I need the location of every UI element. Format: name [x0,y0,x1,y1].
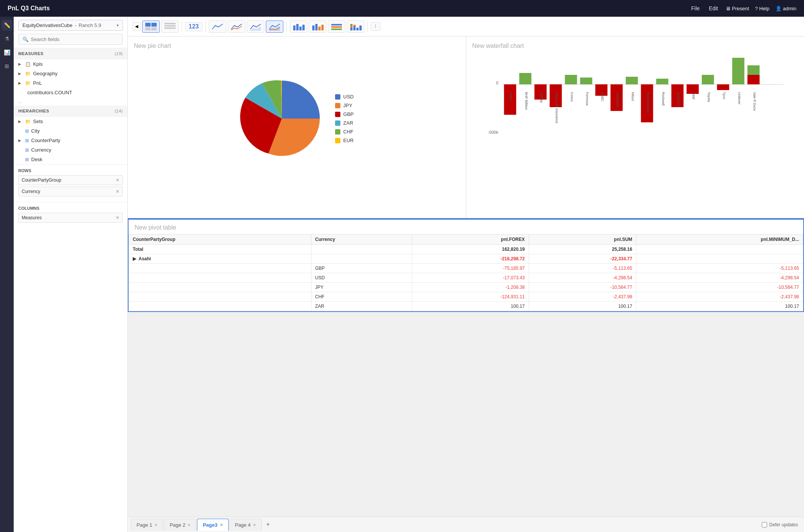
cell-total-group: Total [129,245,311,254]
cell-jpy-forex: -1,208.38 [412,283,529,292]
bar-chart-1-button[interactable] [290,21,307,33]
defer-updates-checkbox[interactable] [762,522,767,527]
svg-rect-23 [353,26,356,30]
bar-chart-3-button[interactable] [328,21,345,33]
nav-present[interactable]: 🖥 Present [726,6,749,11]
legend-zar: ZAR [335,120,354,126]
kpis-icon: 📋 [25,62,31,67]
line-chart-1-button[interactable] [209,21,226,33]
svg-rect-22 [350,24,353,25]
cell-chf-min: -2,437.98 [636,292,803,302]
sidebar-item-contributors[interactable]: ▶ contributors.COUNT [14,88,127,97]
nav-admin[interactable]: 👤 admin [775,6,796,11]
more-label: ... [18,99,22,104]
tab-page2[interactable]: Page 2 ✕ [164,519,196,531]
table-row-zar: ZAR 100.17 100.17 100.17 [129,302,803,311]
col-currency: Currency [311,234,412,245]
table-view-button[interactable] [142,21,160,33]
top-nav: File Edit [691,5,718,11]
svg-text:BHP Billiton: BHP Billiton [524,92,528,110]
svg-text:Toyota: Toyota [707,92,711,102]
svg-rect-3 [151,27,157,30]
line-chart-3-button[interactable] [247,21,264,33]
svg-rect-13 [312,25,315,30]
svg-rect-10 [296,24,299,30]
legend-jpy: JPY [335,103,354,108]
bar-chart-4-button[interactable] [347,21,364,33]
nav-edit[interactable]: Edit [709,5,718,11]
svg-text:HSBC: HSBC [601,92,604,102]
nav-back-button[interactable]: ◀ [132,22,141,31]
svg-rect-34 [565,75,577,84]
number-view-button[interactable]: 123 [185,22,202,31]
tab-page3[interactable]: Page3 ✕ [197,519,228,531]
cell-chf-forex: -124,931.11 [412,292,529,302]
pivot-view-button[interactable] [161,21,179,33]
counterparty-icon: ⊞ [25,138,29,143]
svg-rect-14 [315,24,318,30]
col-min: pnl.MINIMUM_D... [636,234,803,245]
legend-label-eur: EUR [343,138,354,143]
remove-currency-button[interactable]: ✕ [116,189,119,194]
contributors-label: contributors.COUNT [27,90,72,95]
sidebar-item-currency[interactable]: ▶ ⊞ Currency [14,145,127,155]
icon-layers[interactable]: ⊞ [2,61,12,71]
search-icon: 🔍 [22,36,29,42]
sidebar-item-kpis[interactable]: ▶ 📋 Kpis [14,59,127,69]
line-chart-4-button[interactable] [266,21,283,33]
tab-page1[interactable]: Page 1 ✕ [131,519,163,531]
sidebar-item-sets[interactable]: ▶ 📁 Sets [14,117,127,126]
currency-label: Currency [31,147,51,153]
icon-edit[interactable]: ✏️ [2,20,12,30]
icon-filter[interactable]: ⚗ [2,33,12,44]
cell-asahi-forex: -218,298.72 [412,254,529,264]
remove-measures-button[interactable]: ✕ [116,215,119,220]
cell-jpy-group [129,283,311,292]
bar-chart-2-button[interactable] [309,21,326,33]
icon-chart[interactable]: 📊 [2,47,12,58]
legend-color-eur [335,138,340,143]
sidebar-item-city[interactable]: ▶ ⊞ City [14,126,127,136]
nav-help[interactable]: ? Help [755,6,769,11]
sidebar-item-desk[interactable]: ▶ ⊞ Desk [14,155,127,164]
bottom-tabs: Page 1 ✕ Page 2 ✕ Page3 ✕ Page 4 ✕ + [128,517,804,532]
cell-usd-min: -4,298.54 [636,273,803,283]
city-label: City [31,128,40,134]
sidebar-item-counterparty[interactable]: ▶ ⊞ CounterParty [14,136,127,145]
svg-text:Asahi: Asahi [509,92,513,101]
cell-jpy-sum: -10,584.77 [529,283,636,292]
pivot-table: CounterPartyGroup Currency pnl.FOREX pnl… [129,234,803,311]
svg-rect-35 [580,78,592,84]
sidebar-item-more[interactable]: ... [14,97,127,106]
cell-usd-currency: USD [311,273,412,283]
currency-icon: ⊞ [25,147,29,153]
tab-page3-close[interactable]: ✕ [220,523,223,527]
columns-tag-measures: Measures ✕ [18,213,123,223]
waterfall-chart-svg: 0 -500k [472,54,798,183]
cell-gbp-forex: -75,185.97 [412,264,529,273]
sets-icon: 📁 [25,119,31,124]
tab-page2-close[interactable]: ✕ [187,523,191,527]
measures-section-header: MEASURES (19) [14,48,127,59]
cube-selector[interactable]: EquityDerivativesCube - Ranch 5.9 ▾ [18,20,123,31]
sidebar-item-geography[interactable]: ▶ 📁 Geography [14,69,127,78]
tab-page1-close[interactable]: ✕ [154,523,157,527]
remove-counterpartygroup-button[interactable]: ✕ [116,177,119,183]
cell-asahi-min [636,254,803,264]
nav-file[interactable]: File [691,5,700,11]
sets-label: Sets [33,119,43,124]
svg-text:Rockwell: Rockwell [661,92,665,106]
add-tab-button[interactable]: + [262,519,273,531]
more-options-button[interactable]: ⋮ [371,22,380,31]
line-chart-2-button[interactable] [228,21,245,33]
pnl-icon: 📁 [25,81,31,86]
search-input[interactable] [31,36,119,42]
pie-chart-title: New pie chart [134,43,460,49]
chevron-down-icon: ▾ [117,23,119,27]
tab-page4[interactable]: Page 4 ✕ [229,519,262,531]
pivot-table-title: New pivot table [129,220,803,234]
cell-asahi-group[interactable]: ▶ Asahi [129,254,311,264]
sidebar-item-pnl[interactable]: ▶ 📁 PnL [14,78,127,88]
tab-page4-close[interactable]: ✕ [253,523,256,527]
city-icon: ⊞ [25,128,29,134]
